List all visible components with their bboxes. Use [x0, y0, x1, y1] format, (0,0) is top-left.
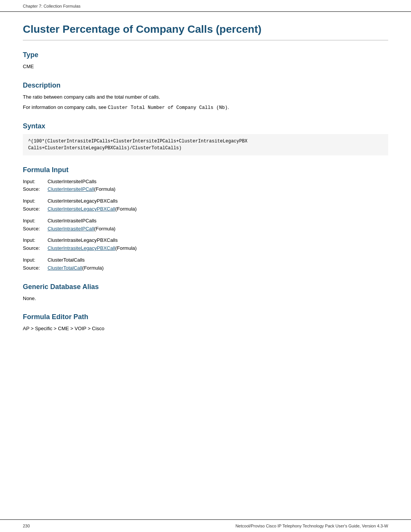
- formula-editor-path-value: AP > Specific > CME > VOIP > Cisco: [23, 325, 388, 333]
- formula-input-value: ClusterIntersiteLegacyPBXCalls: [48, 197, 118, 205]
- section-generic-db-alias: Generic Database Alias None.: [23, 283, 388, 303]
- formula-source-suffix: (Formula): [94, 225, 115, 233]
- formula-input-line-input: Input:ClusterIntrasiteLegacyPBXCalls: [23, 236, 388, 244]
- top-bar: Chapter 7: Collection Formulas: [0, 0, 411, 12]
- formula-source-label: Source:: [23, 244, 48, 252]
- section-formula-editor-path: Formula Editor Path AP > Specific > CME …: [23, 313, 388, 333]
- description-line1: The ratio between company calls and the …: [23, 93, 388, 101]
- formula-source-label: Source:: [23, 225, 48, 233]
- description-line2-prefix: For information on company calls, see: [23, 104, 108, 110]
- formula-source-suffix: (Formula): [82, 264, 104, 272]
- formula-source-link[interactable]: ClusterTotalCall: [48, 264, 82, 272]
- generic-db-alias-value: None.: [23, 295, 388, 303]
- footer-description: Netcool/Proviso Cisco IP Telephony Techn…: [236, 524, 388, 528]
- type-heading: Type: [23, 51, 388, 59]
- type-value: CME: [23, 63, 388, 71]
- syntax-heading: Syntax: [23, 122, 388, 130]
- formula-input-row: Input:ClusterIntrasiteLegacyPBXCallsSour…: [23, 236, 388, 252]
- formula-input-value: ClusterTotalCalls: [48, 256, 85, 264]
- formula-input-row: Input:ClusterIntrasiteIPCallsSource:Clus…: [23, 217, 388, 233]
- formula-input-line-source: Source:ClusterIntersiteLegacyPBXCall (Fo…: [23, 205, 388, 213]
- formula-source-link[interactable]: ClusterIntrasiteIPCall: [48, 225, 94, 233]
- formula-input-value: ClusterIntrasiteIPCalls: [48, 217, 97, 225]
- formula-source-label: Source:: [23, 264, 48, 272]
- formula-input-row: Input:ClusterTotalCallsSource:ClusterTot…: [23, 256, 388, 272]
- formula-source-link[interactable]: ClusterIntersiteLegacyPBXCall: [48, 205, 115, 213]
- chapter-label: Chapter 7: Collection Formulas: [23, 4, 81, 8]
- description-line2: For information on company calls, see Cl…: [23, 104, 388, 112]
- description-line2-code: Cluster Total Number of Company Calls (N…: [108, 105, 228, 110]
- syntax-code: ^(100*(ClusterIntrasiteIPCalls+ClusterIn…: [23, 134, 388, 155]
- section-type: Type CME: [23, 51, 388, 71]
- formula-input-line-input: Input:ClusterIntrasiteIPCalls: [23, 217, 388, 225]
- formula-input-line-source: Source:ClusterIntrasiteLegacyPBXCall (Fo…: [23, 244, 388, 252]
- formula-input-line-source: Source:ClusterIntersiteIPCall (Formula): [23, 185, 388, 193]
- formula-editor-path-heading: Formula Editor Path: [23, 313, 388, 321]
- formula-source-label: Source:: [23, 185, 48, 193]
- formula-input-heading: Formula Input: [23, 166, 388, 174]
- formula-input-line-input: Input:ClusterTotalCalls: [23, 256, 388, 264]
- description-line2-suffix: .: [228, 104, 229, 110]
- formula-source-suffix: (Formula): [94, 185, 115, 193]
- formula-input-line-source: Source:ClusterIntrasiteIPCall (Formula): [23, 225, 388, 233]
- main-content: Cluster Percentage of Company Calls (per…: [0, 12, 411, 519]
- section-description: Description The ratio between company ca…: [23, 81, 388, 112]
- formula-source-link[interactable]: ClusterIntersiteIPCall: [48, 185, 94, 193]
- formula-input-table: Input:ClusterIntersiteIPCallsSource:Clus…: [23, 178, 388, 272]
- footer-page-number: 230: [23, 524, 30, 528]
- footer-bar: 230 Netcool/Proviso Cisco IP Telephony T…: [0, 519, 411, 532]
- formula-input-row: Input:ClusterIntersiteLegacyPBXCallsSour…: [23, 197, 388, 213]
- formula-input-label: Input:: [23, 217, 48, 225]
- formula-source-label: Source:: [23, 205, 48, 213]
- formula-source-suffix: (Formula): [115, 205, 137, 213]
- formula-input-label: Input:: [23, 236, 48, 244]
- page-container: Chapter 7: Collection Formulas Cluster P…: [0, 0, 411, 532]
- formula-input-label: Input:: [23, 197, 48, 205]
- formula-input-label: Input:: [23, 256, 48, 264]
- description-heading: Description: [23, 81, 388, 89]
- formula-input-line-input: Input:ClusterIntersiteIPCalls: [23, 178, 388, 186]
- page-title: Cluster Percentage of Company Calls (per…: [23, 23, 388, 40]
- section-syntax: Syntax ^(100*(ClusterIntrasiteIPCalls+Cl…: [23, 122, 388, 155]
- formula-input-row: Input:ClusterIntersiteIPCallsSource:Clus…: [23, 178, 388, 194]
- generic-db-alias-heading: Generic Database Alias: [23, 283, 388, 291]
- formula-input-value: ClusterIntrasiteLegacyPBXCalls: [48, 236, 118, 244]
- formula-source-link[interactable]: ClusterIntrasiteLegacyPBXCall: [48, 244, 115, 252]
- formula-input-line-source: Source:ClusterTotalCall (Formula): [23, 264, 388, 272]
- formula-input-value: ClusterIntersiteIPCalls: [48, 178, 97, 186]
- formula-input-label: Input:: [23, 178, 48, 186]
- formula-source-suffix: (Formula): [115, 244, 137, 252]
- formula-input-line-input: Input:ClusterIntersiteLegacyPBXCalls: [23, 197, 388, 205]
- section-formula-input: Formula Input Input:ClusterIntersiteIPCa…: [23, 166, 388, 272]
